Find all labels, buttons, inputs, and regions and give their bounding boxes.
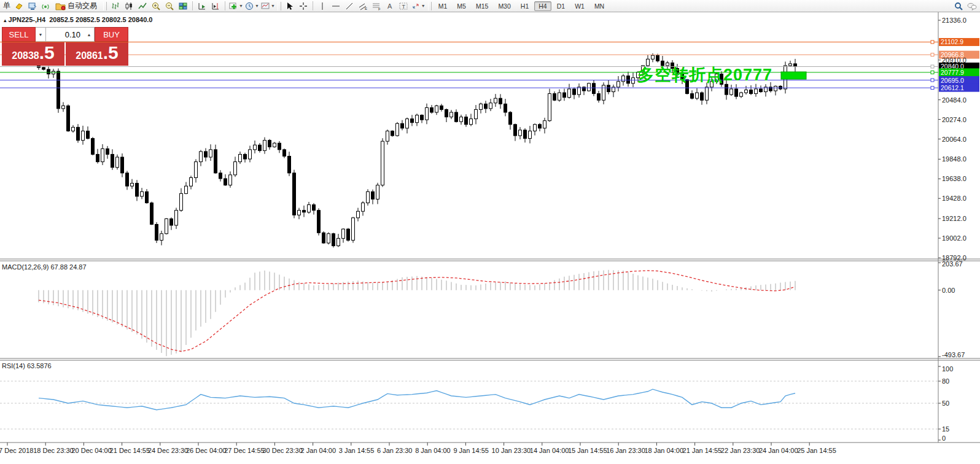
candle-body [691,94,694,99]
templates-button[interactable]: ▼ [260,0,276,12]
price-axis-label: 20484.0 [942,96,966,104]
timeframe-button-h4[interactable]: H4 [534,1,551,11]
timeframe-button-mn[interactable]: MN [590,1,609,11]
price-axis-label: 19212.0 [942,215,966,222]
signals-icon[interactable] [39,0,53,12]
auto-trading-button[interactable]: 自动交易 [53,0,101,12]
candle-body [136,184,139,196]
candle-body [480,104,483,109]
candle-body [273,143,276,147]
timeframe-button-h1[interactable]: H1 [516,1,533,11]
indicators-button[interactable]: ▼ [228,0,244,12]
candle-body [160,234,163,241]
buy-price-fraction: .5 [103,42,119,63]
price-level-value: 20777.9 [941,69,964,76]
sell-price-display[interactable]: 20838 .5 [2,42,64,66]
candle-body [288,156,291,172]
candle-body [170,218,173,225]
candle-body [455,112,458,122]
candle-body [440,106,443,109]
candle-body [627,76,630,83]
candle-body [450,112,453,117]
volume-input[interactable]: 0.10 [46,27,84,42]
chart-canvas[interactable]: 21102.920966.820840.020777.920695.020612… [0,0,980,464]
candle-body [539,125,542,128]
horizontal-line-icon[interactable] [329,0,343,12]
tile-windows-icon[interactable] [176,0,190,12]
volume-decrease-button[interactable]: ▼ [36,27,46,42]
candle-body [175,211,178,225]
candle-body [755,89,758,94]
buy-price-display[interactable]: 20861 .5 [66,42,128,66]
candle-body [317,211,321,233]
time-axis-label: 22 Jan 23:30 [721,447,760,454]
rsi-axis-label: 50 [942,400,949,407]
bar-chart-icon[interactable] [109,0,122,12]
price-level-handle [931,65,934,68]
text-label-icon[interactable]: T [397,0,410,12]
price-axis-label: 20910.0 [942,56,966,64]
symbol-icon: ▴ [4,17,7,23]
fibonacci-icon[interactable]: F [370,0,383,12]
chart-shift-icon[interactable] [209,0,222,12]
timeframe-button-w1[interactable]: W1 [570,1,589,11]
price-axis-label: 19002.0 [942,234,966,242]
periods-button[interactable]: ▼ [244,0,260,12]
trendline-icon[interactable] [343,0,356,12]
chat-icon[interactable] [965,0,979,12]
time-axis-label: 10 Jan 23:30 [492,447,531,454]
time-axis-label: 15 Jan 14:55 [568,447,607,454]
sell-button[interactable]: SELL [2,27,36,42]
time-axis-label: 21 Jan 14:55 [683,447,722,454]
timeframe-button-m1[interactable]: M1 [434,1,452,11]
candle-body [740,93,743,96]
toolbar-grip [278,2,281,10]
candle-body [706,87,709,100]
terminal-icon[interactable] [26,0,39,12]
timeframe-button-m5[interactable]: M5 [453,1,470,11]
line-chart-icon[interactable] [136,0,149,12]
cursor-icon[interactable] [283,0,297,12]
candle-body [268,141,271,147]
crosshair-icon[interactable] [297,0,310,12]
time-axis-label: 26 Dec 04:00 [186,447,226,454]
zoom-in-icon[interactable] [149,0,163,12]
pivot-annotation-text: 多空转折点20777 [637,64,772,86]
candlestick-chart-icon[interactable] [122,0,136,12]
timeframe-button-d1[interactable]: D1 [553,1,569,11]
sell-price-fraction: .5 [39,42,55,63]
sell-price-main: 20838 [12,45,39,66]
candle-body [263,141,266,151]
macd-axis-label: -493.67 [942,351,965,358]
candle-body [96,154,99,161]
vertical-line-icon[interactable] [316,0,329,12]
buy-button[interactable]: BUY [95,27,128,42]
search-icon[interactable] [952,0,965,12]
candle-body [617,82,620,87]
timeframe-button-m15[interactable]: M15 [472,1,492,11]
toolbar-separator [313,1,313,10]
candle-body [77,127,80,140]
auto-scroll-icon[interactable] [195,0,209,12]
candle-body [445,109,448,117]
price-level-value: 20695.0 [941,77,964,84]
candle-body [327,234,330,243]
new-order-icon[interactable] [12,0,26,12]
candle-body [239,154,242,161]
timeframe-button-m30[interactable]: M30 [494,1,515,11]
equidistant-channel-icon[interactable]: E [356,0,370,12]
time-axis-label: 25 Jan 14:55 [797,447,836,454]
arrows-tool-button[interactable]: ▼ [410,0,426,12]
candle-body [259,145,262,150]
toolbar-grip [103,2,107,10]
zoom-out-icon[interactable] [163,0,176,12]
text-tool-icon[interactable]: A [383,0,397,12]
toolbar-grip [428,2,432,10]
trading-terminal-window: 单 自动交易 [0,0,980,464]
time-axis-label: 8 Jan 04:00 [415,447,451,454]
toolbar-separator [225,1,225,10]
volume-increase-button[interactable]: ▲ [84,27,95,42]
one-click-trading-panel: SELL ▼ 0.10 ▲ BUY 20838 .5 20861 .5 [2,27,128,66]
candle-body [229,175,232,185]
candle-body [386,131,389,141]
